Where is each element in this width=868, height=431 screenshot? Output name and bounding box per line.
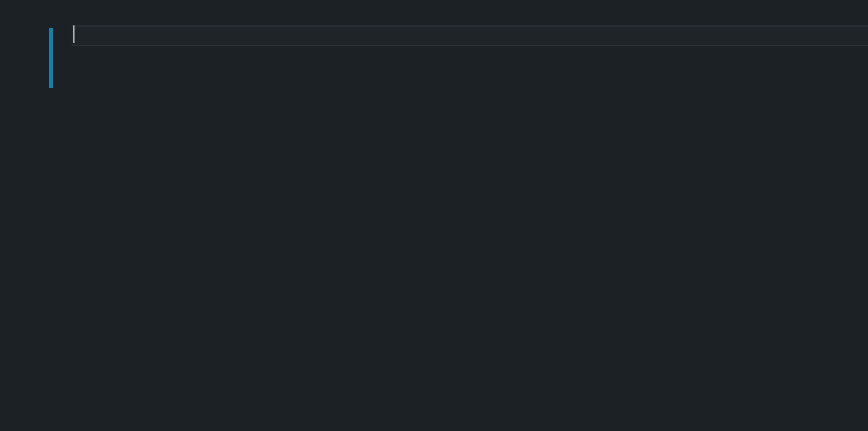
text-cursor	[73, 25, 75, 43]
breadcrumb	[0, 0, 868, 25]
git-modified-indicator[interactable]	[49, 28, 53, 88]
editor-content[interactable]	[0, 25, 868, 431]
code-editor-window	[0, 0, 868, 431]
current-line-highlight	[72, 25, 868, 46]
